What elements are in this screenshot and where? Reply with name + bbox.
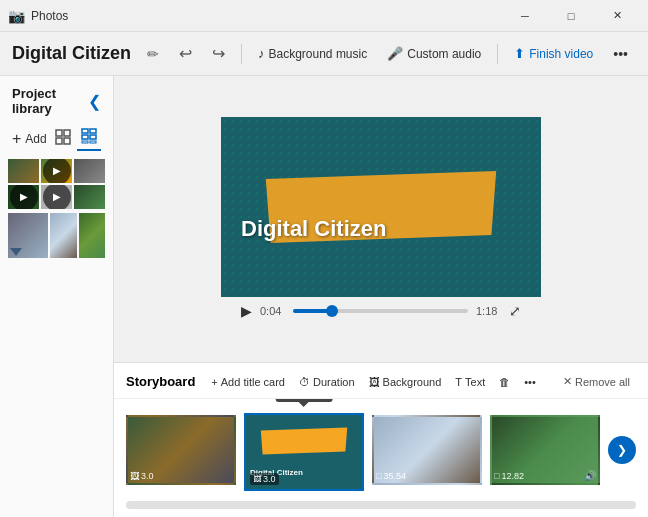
project-title: Digital Citizen [12,43,131,64]
custom-audio-button[interactable]: 🎤 Custom audio [379,42,489,65]
audio-icon: 🔊 [584,470,596,481]
text-icon: T [455,376,462,388]
add-title-card-label: Add title card [221,376,285,388]
text-label: Text [465,376,485,388]
view-toggle [51,126,101,151]
playback-controls: ▶ 0:04 1:18 ⤢ [221,297,541,329]
duration-button[interactable]: ⏱ Duration [293,372,361,392]
audio-icon: 🎤 [387,46,403,61]
storyboard-header: Storyboard + Add title card ⏱ Duration 🖼… [114,363,648,399]
maximize-button[interactable]: □ [548,0,594,32]
sidebar-title: Project library [12,86,88,116]
undo-button[interactable]: ↩ [171,40,200,67]
video-icon-2: □ [494,471,499,481]
image-icon-small: 🖼 [253,475,261,484]
app-icon: 📷 [8,8,25,24]
media-item[interactable] [74,159,105,183]
seek-bar[interactable] [293,309,468,313]
add-title-card-button[interactable]: + Add title card [205,372,291,392]
remove-all-button[interactable]: ✕ Remove all [557,371,636,392]
fullscreen-button[interactable]: ⤢ [509,303,521,319]
total-time: 1:18 [476,305,501,317]
clock-icon: ⏱ [299,376,310,388]
remove-all-label: Remove all [575,376,630,388]
more-options-button[interactable]: ••• [605,42,636,66]
window-controls: ─ □ ✕ [502,0,640,32]
background-music-button[interactable]: ♪ Background music [250,42,375,65]
main-toolbar: Digital Citizen ✏ ↩ ↪ ♪ Background music… [0,32,648,76]
storyboard-more-button[interactable]: ••• [518,372,542,392]
media-thumbnail [74,159,105,183]
svg-rect-7 [90,135,96,139]
delete-button[interactable]: 🗑 [493,372,516,392]
close-icon: ✕ [563,375,572,388]
background-button[interactable]: 🖼 Background [363,372,448,392]
background-music-label: Background music [269,47,368,61]
media-item[interactable]: ▶ [41,185,72,209]
media-item-wide[interactable] [50,213,77,258]
background-label: Background [383,376,442,388]
list-view-button[interactable] [77,126,101,151]
title-card-tooltip: Title card [276,399,333,402]
more-icon: ••• [524,376,536,388]
svg-rect-3 [64,138,70,144]
title-brush [259,426,349,456]
media-item[interactable]: ▶ [41,159,72,183]
storyboard-title: Storyboard [126,374,195,389]
play-overlay: ▶ [43,159,71,183]
svg-rect-8 [82,141,88,143]
redo-button[interactable]: ↪ [204,40,233,67]
track-label: 35.54 [383,471,406,481]
minimize-button[interactable]: ─ [502,0,548,32]
storyboard-tracks: 🖼 3.0 Title card Digital Citizen 🖼 3.0 [114,399,648,501]
chevron-right-icon: ❯ [617,443,627,457]
track-num-label: 3.0 [263,474,276,484]
sidebar: Project library ❮ + Add [0,76,114,517]
grid-view-button[interactable] [51,126,75,151]
title-card-track[interactable]: Title card Digital Citizen 🖼 3.0 [244,413,364,491]
svg-rect-6 [82,135,88,139]
media-item-wide[interactable] [79,213,106,258]
track-label: 3.0 [141,471,154,481]
horizontal-scrollbar[interactable] [126,501,636,509]
media-item[interactable]: ▶ [8,185,39,209]
app-title: Photos [31,9,68,23]
duration-label: Duration [313,376,355,388]
canvas-title-text: Digital Citizen [241,216,386,242]
track-item[interactable]: 🖼 3.0 [126,415,236,485]
title-card: Digital Citizen 🖼 3.0 [244,413,364,491]
title-card-number: 🖼 3.0 [250,473,279,485]
svg-rect-5 [90,129,96,133]
sidebar-collapse-button[interactable]: ❮ [88,92,101,111]
sidebar-toolbar: + Add [0,122,113,159]
track-item[interactable]: □ 12.82 🔊 [490,415,600,485]
scroll-right-button[interactable]: ❯ [608,436,636,464]
add-media-button[interactable]: + Add [12,130,47,148]
titlebar: 📷 Photos ─ □ ✕ [0,0,648,32]
custom-audio-label: Custom audio [407,47,481,61]
edit-title-button[interactable]: ✏ [143,42,163,66]
media-thumbnail [8,159,39,183]
media-item[interactable] [74,185,105,209]
plus-icon: + [211,376,217,388]
track-item[interactable]: □ 35.54 [372,415,482,485]
media-grid: ▶ ▶ ▶ [0,159,113,209]
svg-rect-9 [90,141,96,143]
finish-video-button[interactable]: ⬆ Finish video [506,42,601,65]
current-time: 0:04 [260,305,285,317]
music-icon: ♪ [258,46,265,61]
media-item-wide[interactable] [8,213,48,258]
text-button[interactable]: T Text [449,372,491,392]
close-button[interactable]: ✕ [594,0,640,32]
add-label: Add [25,132,46,146]
play-pause-button[interactable]: ▶ [241,303,252,319]
seek-thumb [326,305,338,317]
storyboard: Storyboard + Add title card ⏱ Duration 🖼… [114,362,648,517]
background-icon: 🖼 [369,376,380,388]
svg-rect-4 [82,129,88,133]
trash-icon: 🗑 [499,376,510,388]
media-thumbnail [74,185,105,209]
grid-icon [55,129,71,145]
media-item[interactable] [8,159,39,183]
main-layout: Project library ❮ + Add [0,76,648,517]
